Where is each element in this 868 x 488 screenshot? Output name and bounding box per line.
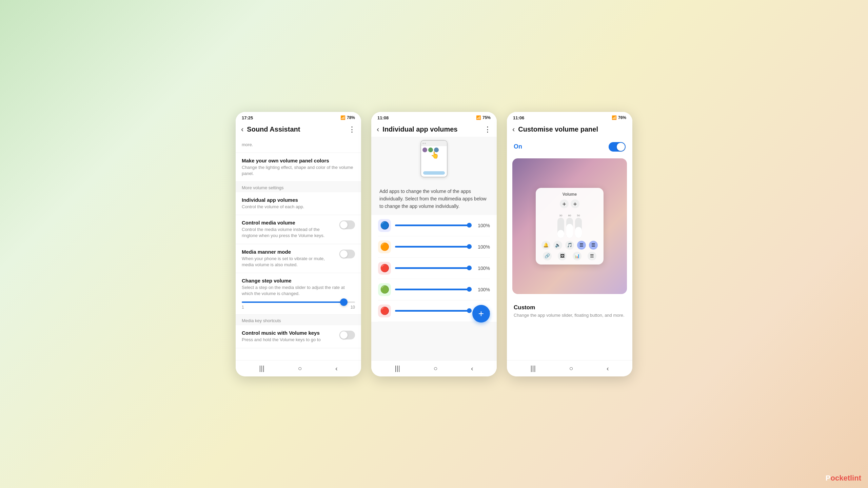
panel-list-icon: ☰ xyxy=(589,241,598,250)
phone1-content: more. Make your own volume panel colors … xyxy=(236,137,361,360)
panel-slider-track-2 xyxy=(566,218,573,238)
volume-handle-3[interactable] xyxy=(467,266,472,270)
step-volume-title: Change step volume xyxy=(242,278,355,284)
phone2-nav-menu-icon[interactable]: ||| xyxy=(395,365,400,372)
mini-phone-header xyxy=(421,141,447,146)
app-icon-2: 🟠 xyxy=(378,240,391,253)
volume-panel-overlay: Volume ＋ ＋ 30 80 xyxy=(536,188,604,265)
control-music-volume-keys-toggle[interactable] xyxy=(339,331,355,339)
volume-bar-2[interactable] xyxy=(395,246,472,248)
phone3-nav-menu-icon[interactable]: ||| xyxy=(530,365,536,372)
panel-sliders: 30 80 50 xyxy=(540,211,599,238)
phone1-nav-back-icon[interactable]: ‹ xyxy=(335,365,338,372)
media-manner-mode-title: Media manner mode xyxy=(242,249,336,255)
individual-app-volumes-item[interactable]: Individual app volumes Control the volum… xyxy=(236,192,361,215)
app-volume-item-3[interactable]: 🔴 100% xyxy=(378,258,490,279)
mini-color1 xyxy=(422,148,427,152)
volume-handle-2[interactable] xyxy=(467,244,472,249)
phone3-title: Customise volume panel xyxy=(518,125,627,133)
app-icon-1: 🔵 xyxy=(378,219,391,232)
volume-handle-1[interactable] xyxy=(467,223,472,228)
volume-bar-3[interactable] xyxy=(395,267,472,269)
phone3-time: 11:06 xyxy=(513,115,524,120)
volume-track-4 xyxy=(395,289,472,290)
volume-percent-3: 100% xyxy=(476,266,490,271)
phone2-battery: 75% xyxy=(482,115,491,120)
phone3-content: On Volume ＋ ＋ 30 80 xyxy=(507,137,632,360)
phone2-nav-home-icon[interactable]: ○ xyxy=(433,365,437,372)
phone1-frame: 17:25 📶 78% ‹ Sound Assistant ⋮ more. Ma… xyxy=(236,112,361,376)
control-media-volume-toggle[interactable] xyxy=(339,220,355,229)
volume-panel-preview: Volume ＋ ＋ 30 80 xyxy=(512,158,627,294)
app-icon-4: 🟢 xyxy=(378,283,391,296)
phone2-time: 11:08 xyxy=(377,115,389,120)
phone3-nav-home-icon[interactable]: ○ xyxy=(569,365,573,372)
phone1-nav-home-icon[interactable]: ○ xyxy=(298,365,302,372)
app-icon-1-glyph: 🔵 xyxy=(380,221,389,230)
phone2-signal-icon: 📶 xyxy=(476,115,481,120)
phone3-status-bar: 11:06 📶 76% xyxy=(507,112,632,122)
panel-bar-icon: 📊 xyxy=(573,252,581,260)
step-volume-track[interactable] xyxy=(242,301,355,303)
phone3-nav-back-icon[interactable]: ‹ xyxy=(607,365,609,372)
panel-slider-col-3: 50 xyxy=(575,214,582,238)
phone2-frame: 11:08 📶 75% ‹ Individual app volumes ⋮ 👆 xyxy=(371,112,497,376)
panel-slider-col-2: 80 xyxy=(566,214,573,238)
panel-volume-icon: 🔈 xyxy=(553,241,562,250)
phone3-back-button[interactable]: ‹ xyxy=(512,125,515,134)
volume-handle-4[interactable] xyxy=(467,287,472,292)
app-icon-3-glyph: 🔴 xyxy=(380,264,389,273)
control-media-volume-row[interactable]: Control media volume Control the media v… xyxy=(236,215,361,244)
volume-bar-4[interactable] xyxy=(395,289,472,290)
phone2-more-button[interactable]: ⋮ xyxy=(484,125,491,134)
volume-handle-5[interactable] xyxy=(467,308,472,313)
panel-menu-icon: ☰ xyxy=(588,252,596,260)
slider-min-label: 1 xyxy=(242,305,244,310)
phone1-status-bar: 17:25 📶 78% xyxy=(236,112,361,122)
app-volume-item-1[interactable]: 🔵 100% xyxy=(378,215,490,236)
media-manner-mode-toggle[interactable] xyxy=(339,250,355,258)
phone3-status-icons: 📶 76% xyxy=(612,115,626,120)
control-music-volume-keys-row[interactable]: Control music with Volume keys Press and… xyxy=(236,325,361,348)
app-volume-item-2[interactable]: 🟠 100% xyxy=(378,236,490,258)
volume-bar-5[interactable] xyxy=(395,310,472,312)
panel-slider-val-2: 80 xyxy=(568,214,571,217)
phone1-back-button[interactable]: ‹ xyxy=(241,125,243,134)
watermark-p: P xyxy=(826,474,831,482)
step-volume-thumb[interactable] xyxy=(340,298,348,306)
individual-volumes-description: Add apps to change the volume of the app… xyxy=(371,183,497,215)
media-manner-mode-row[interactable]: Media manner mode When your phone is set… xyxy=(236,244,361,273)
panel-slider-track-1 xyxy=(557,218,564,238)
custom-desc: Change the app volume slider, floating b… xyxy=(514,312,626,318)
phone2-back-button[interactable]: ‹ xyxy=(377,125,379,134)
volume-track-1 xyxy=(395,225,472,226)
mini-dot2 xyxy=(425,143,426,144)
phone3-header: ‹ Customise volume panel xyxy=(507,122,632,137)
volume-panel-colors-title: Make your own volume panel colors xyxy=(242,158,355,163)
phone2-status-bar: 11:08 📶 75% xyxy=(371,112,497,122)
on-label: On xyxy=(514,143,522,150)
phone1-time: 17:25 xyxy=(242,115,253,120)
phone1-more-button[interactable]: ⋮ xyxy=(348,125,356,134)
on-toggle-switch[interactable] xyxy=(609,142,626,152)
on-toggle-row[interactable]: On xyxy=(507,137,632,156)
volume-bar-1[interactable] xyxy=(395,225,472,226)
custom-section[interactable]: Custom Change the app volume slider, flo… xyxy=(507,299,632,323)
volume-panel-colors-item[interactable]: Make your own volume panel colors Change… xyxy=(236,153,361,182)
mini-volume-bar xyxy=(423,171,445,175)
app-icon-5: 🔴 xyxy=(378,305,391,317)
panel-slider-fill-2 xyxy=(566,224,573,238)
phone1-header: ‹ Sound Assistant ⋮ xyxy=(236,122,361,137)
phone1-nav-menu-icon[interactable]: ||| xyxy=(259,365,264,372)
watermark-rest: ocketlint xyxy=(831,474,861,482)
panel-slider-col-1: 30 xyxy=(557,214,564,238)
panel-icons-row1: 🔔 🔈 🎵 ☰ ☰ xyxy=(540,241,599,250)
phone3-nav-bar: ||| ○ ‹ xyxy=(507,360,632,376)
app-volume-item-4[interactable]: 🟢 100% xyxy=(378,279,490,300)
add-app-fab-button[interactable]: + xyxy=(472,305,490,323)
mini-cursor-icon: 👆 xyxy=(431,151,439,159)
mini-phone-preview: 👆 xyxy=(420,140,448,177)
phone2-nav-back-icon[interactable]: ‹ xyxy=(471,365,473,372)
media-manner-mode-desc: When your phone is set to vibrate or mut… xyxy=(242,256,336,268)
panel-music-icon: 🎵 xyxy=(565,241,574,250)
